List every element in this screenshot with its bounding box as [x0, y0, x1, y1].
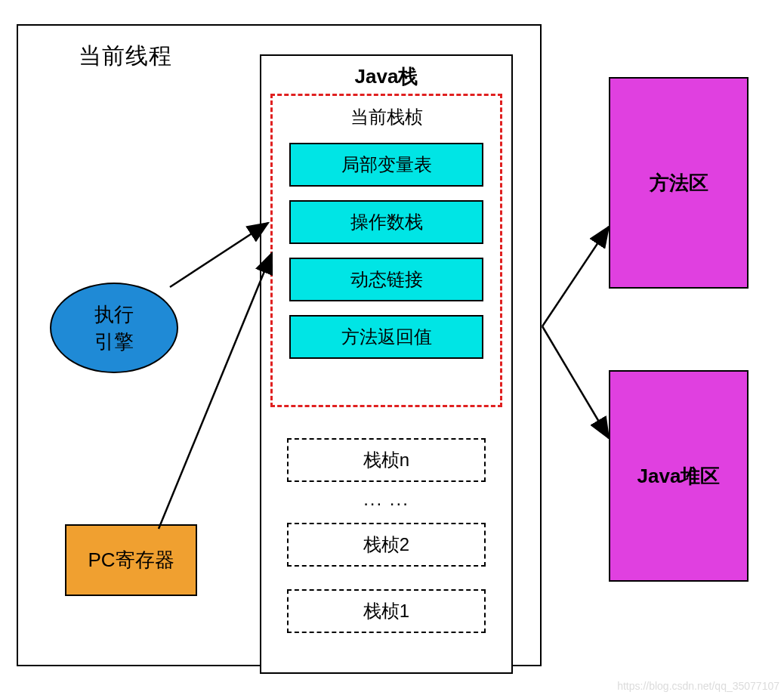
- stack-frame-2: 栈桢2: [287, 523, 486, 567]
- stack-frame-1-label: 栈桢1: [363, 599, 409, 623]
- current-thread-title: 当前线程: [79, 41, 172, 72]
- stack-frame-n-label: 栈桢n: [363, 448, 409, 472]
- arrow-stack-to-method-area: [542, 227, 609, 326]
- stack-frame-1: 栈桢1: [287, 589, 486, 633]
- stack-frame-dots: ··· ···: [261, 493, 511, 514]
- stack-frame-n: 栈桢n: [287, 438, 486, 482]
- heap-area-label: Java堆区: [637, 463, 721, 490]
- method-area-label: 方法区: [650, 170, 708, 196]
- arrow-stack-to-heap: [542, 326, 609, 438]
- current-frame-title: 当前栈桢: [273, 105, 500, 129]
- operand-stack-box: 操作数栈: [289, 200, 483, 244]
- pc-register-box: PC寄存器: [65, 524, 197, 596]
- heap-area-box: Java堆区: [609, 370, 749, 582]
- current-stack-frame: 当前栈桢 局部变量表 操作数栈 动态链接 方法返回值: [270, 94, 502, 407]
- execution-engine-ellipse: 执行 引擎: [50, 283, 178, 373]
- execution-engine-label: 执行 引擎: [94, 301, 134, 356]
- return-value-box: 方法返回值: [289, 315, 483, 359]
- diagram-canvas: 当前线程 执行 引擎 PC寄存器 Java栈 当前栈桢 局部变量表 操作数栈 动…: [0, 0, 784, 695]
- java-stack-box: Java栈 当前栈桢 局部变量表 操作数栈 动态链接 方法返回值 栈桢: [260, 54, 513, 674]
- watermark-text: https://blog.csdn.net/qq_35077107: [617, 680, 779, 692]
- local-variables-label: 局部变量表: [341, 153, 432, 177]
- method-area-box: 方法区: [609, 77, 749, 289]
- current-thread-box: 当前线程 执行 引擎 PC寄存器 Java栈 当前栈桢 局部变量表 操作数栈 动…: [17, 24, 542, 666]
- local-variables-box: 局部变量表: [289, 143, 483, 187]
- dynamic-link-box: 动态链接: [289, 258, 483, 301]
- operand-stack-label: 操作数栈: [350, 210, 423, 234]
- stack-frame-2-label: 栈桢2: [363, 533, 409, 557]
- dynamic-link-label: 动态链接: [350, 267, 423, 292]
- pc-register-label: PC寄存器: [88, 547, 174, 573]
- return-value-label: 方法返回值: [341, 325, 432, 349]
- java-stack-title: Java栈: [261, 63, 511, 90]
